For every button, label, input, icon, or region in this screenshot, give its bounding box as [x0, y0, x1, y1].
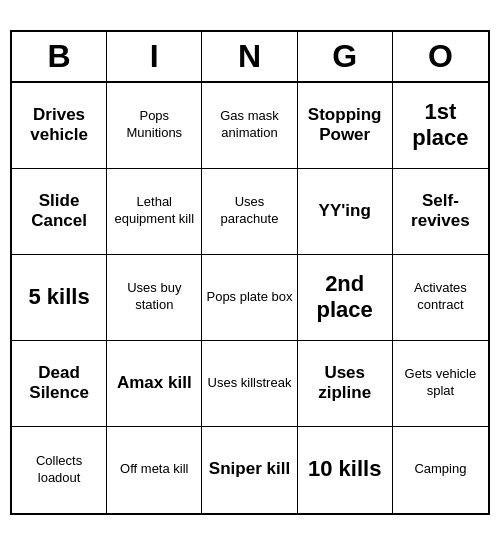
cell-text-9: Self-revives — [397, 191, 484, 232]
bingo-cell-0: Drives vehicle — [12, 83, 107, 169]
bingo-cell-9: Self-revives — [393, 169, 488, 255]
cell-text-16: Amax kill — [117, 373, 192, 393]
cell-text-20: Collects loadout — [16, 453, 102, 487]
bingo-cell-24: Camping — [393, 427, 488, 513]
cell-text-11: Uses buy station — [111, 280, 197, 314]
bingo-cell-12: Pops plate box — [202, 255, 297, 341]
cell-text-5: Slide Cancel — [16, 191, 102, 232]
cell-text-21: Off meta kill — [120, 461, 188, 478]
bingo-cell-13: 2nd place — [298, 255, 393, 341]
cell-text-1: Pops Munitions — [111, 108, 197, 142]
header-letter-o: O — [393, 32, 488, 81]
bingo-cell-23: 10 kills — [298, 427, 393, 513]
cell-text-6: Lethal equipment kill — [111, 194, 197, 228]
cell-text-10: 5 kills — [29, 284, 90, 310]
header-letter-g: G — [298, 32, 393, 81]
bingo-cell-14: Activates contract — [393, 255, 488, 341]
bingo-cell-22: Sniper kill — [202, 427, 297, 513]
bingo-cell-10: 5 kills — [12, 255, 107, 341]
cell-text-19: Gets vehicle splat — [397, 366, 484, 400]
cell-text-24: Camping — [414, 461, 466, 478]
cell-text-22: Sniper kill — [209, 459, 290, 479]
cell-text-14: Activates contract — [397, 280, 484, 314]
cell-text-0: Drives vehicle — [16, 105, 102, 146]
cell-text-17: Uses killstreak — [208, 375, 292, 392]
cell-text-3: Stopping Power — [302, 105, 388, 146]
bingo-cell-2: Gas mask animation — [202, 83, 297, 169]
cell-text-18: Uses zipline — [302, 363, 388, 404]
cell-text-12: Pops plate box — [206, 289, 292, 306]
cell-text-8: YY'ing — [319, 201, 371, 221]
header-letter-b: B — [12, 32, 107, 81]
bingo-cell-6: Lethal equipment kill — [107, 169, 202, 255]
bingo-cell-20: Collects loadout — [12, 427, 107, 513]
bingo-grid: Drives vehiclePops MunitionsGas mask ani… — [12, 83, 488, 513]
bingo-card: BINGO Drives vehiclePops MunitionsGas ma… — [10, 30, 490, 515]
bingo-cell-15: Dead Silence — [12, 341, 107, 427]
bingo-cell-5: Slide Cancel — [12, 169, 107, 255]
bingo-cell-4: 1st place — [393, 83, 488, 169]
bingo-header: BINGO — [12, 32, 488, 83]
bingo-cell-7: Uses parachute — [202, 169, 297, 255]
bingo-cell-18: Uses zipline — [298, 341, 393, 427]
bingo-cell-16: Amax kill — [107, 341, 202, 427]
cell-text-7: Uses parachute — [206, 194, 292, 228]
bingo-cell-8: YY'ing — [298, 169, 393, 255]
bingo-cell-21: Off meta kill — [107, 427, 202, 513]
header-letter-i: I — [107, 32, 202, 81]
cell-text-4: 1st place — [397, 99, 484, 152]
header-letter-n: N — [202, 32, 297, 81]
bingo-cell-17: Uses killstreak — [202, 341, 297, 427]
bingo-cell-3: Stopping Power — [298, 83, 393, 169]
cell-text-23: 10 kills — [308, 456, 381, 482]
cell-text-2: Gas mask animation — [206, 108, 292, 142]
bingo-cell-11: Uses buy station — [107, 255, 202, 341]
cell-text-13: 2nd place — [302, 271, 388, 324]
cell-text-15: Dead Silence — [16, 363, 102, 404]
bingo-cell-19: Gets vehicle splat — [393, 341, 488, 427]
bingo-cell-1: Pops Munitions — [107, 83, 202, 169]
